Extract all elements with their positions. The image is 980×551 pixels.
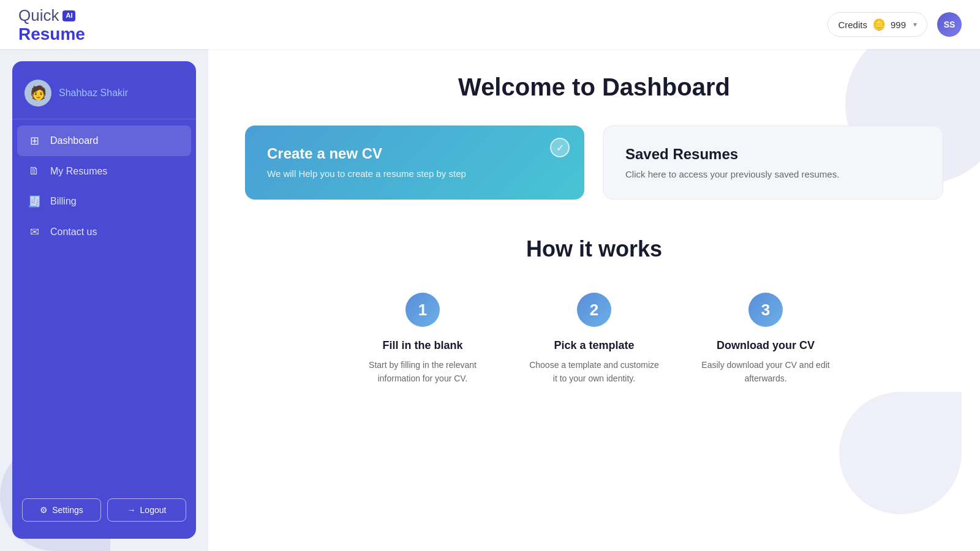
sidebar-user: 🧑 Shahbaz Shakir bbox=[12, 73, 196, 119]
main-content-area: Welcome to Dashboard ✓ Create a new CV W… bbox=[208, 49, 980, 551]
step-1-title: Fill in the blank bbox=[355, 339, 490, 352]
layout: 🧑 Shahbaz Shakir ⊞ Dashboard 🗎 My Resume… bbox=[0, 49, 980, 551]
step-2-number: 2 bbox=[577, 293, 611, 327]
saved-resumes-description: Click here to access your previously sav… bbox=[625, 169, 921, 179]
logo-ai-badge: AI bbox=[62, 10, 75, 21]
header: Quick AI Resume Credits 🪙 999 ▾ SS bbox=[0, 0, 980, 49]
step-1: 1 Fill in the blank Start by filling in … bbox=[355, 293, 490, 386]
settings-icon: ⚙ bbox=[40, 505, 48, 515]
blob-bottom-right-decoration bbox=[839, 392, 962, 514]
sidebar-username: Shahbaz Shakir bbox=[59, 88, 128, 99]
contact-icon: ✉ bbox=[27, 225, 42, 239]
saved-resumes-title: Saved Resumes bbox=[625, 146, 921, 163]
sidebar: 🧑 Shahbaz Shakir ⊞ Dashboard 🗎 My Resume… bbox=[12, 61, 196, 539]
create-cv-description: We will Help you to create a resume step… bbox=[267, 168, 562, 179]
saved-resumes-card[interactable]: Saved Resumes Click here to access your … bbox=[603, 126, 943, 200]
credits-value: 999 bbox=[891, 20, 906, 30]
billing-icon: 🧾 bbox=[27, 195, 42, 208]
sidebar-item-contact-us[interactable]: ✉ Contact us bbox=[17, 217, 191, 247]
sidebar-nav: ⊞ Dashboard 🗎 My Resumes 🧾 Billing ✉ Con… bbox=[12, 126, 196, 489]
welcome-title: Welcome to Dashboard bbox=[245, 73, 943, 101]
sidebar-footer: ⚙ Settings → Logout bbox=[12, 489, 196, 527]
credits-badge[interactable]: Credits 🪙 999 ▾ bbox=[827, 12, 927, 37]
main-content: Welcome to Dashboard ✓ Create a new CV W… bbox=[245, 73, 943, 386]
step-2-title: Pick a template bbox=[527, 339, 662, 352]
sidebar-item-billing-label: Billing bbox=[50, 196, 77, 207]
step-3: 3 Download your CV Easily download your … bbox=[698, 293, 833, 386]
sidebar-item-contact-us-label: Contact us bbox=[50, 227, 97, 238]
sidebar-avatar: 🧑 bbox=[24, 80, 51, 107]
logout-button[interactable]: → Logout bbox=[107, 498, 186, 522]
step-3-description: Easily download your CV and edit afterwa… bbox=[698, 358, 833, 386]
sidebar-item-my-resumes-label: My Resumes bbox=[50, 166, 107, 177]
step-3-title: Download your CV bbox=[698, 339, 833, 352]
step-1-description: Start by filling in the relevant informa… bbox=[355, 358, 490, 386]
logo-quick: Quick bbox=[18, 6, 59, 25]
sidebar-item-dashboard-label: Dashboard bbox=[50, 135, 98, 146]
logout-icon: → bbox=[127, 505, 136, 515]
sidebar-outer: 🧑 Shahbaz Shakir ⊞ Dashboard 🗎 My Resume… bbox=[0, 49, 208, 551]
step-1-number: 1 bbox=[405, 293, 440, 327]
dashboard-icon: ⊞ bbox=[27, 134, 42, 148]
step-2: 2 Pick a template Choose a template and … bbox=[527, 293, 662, 386]
step-3-number: 3 bbox=[748, 293, 783, 327]
logo-text: Quick AI Resume bbox=[18, 6, 85, 42]
steps-row: 1 Fill in the blank Start by filling in … bbox=[245, 293, 943, 386]
how-it-works-title: How it works bbox=[245, 236, 943, 262]
cards-row: ✓ Create a new CV We will Help you to cr… bbox=[245, 126, 943, 200]
step-2-description: Choose a template and customize it to yo… bbox=[527, 358, 662, 386]
create-cv-card[interactable]: ✓ Create a new CV We will Help you to cr… bbox=[245, 126, 584, 200]
logout-label: Logout bbox=[140, 505, 167, 515]
check-icon: ✓ bbox=[550, 138, 570, 157]
logo-resume-text: Resume bbox=[18, 26, 85, 43]
header-right: Credits 🪙 999 ▾ SS bbox=[827, 12, 962, 37]
sidebar-item-my-resumes[interactable]: 🗎 My Resumes bbox=[17, 156, 191, 186]
logo: Quick AI Resume bbox=[18, 6, 85, 42]
sidebar-item-billing[interactable]: 🧾 Billing bbox=[17, 186, 191, 217]
sidebar-item-dashboard[interactable]: ⊞ Dashboard bbox=[17, 126, 191, 156]
resumes-icon: 🗎 bbox=[27, 165, 42, 178]
create-cv-title: Create a new CV bbox=[267, 145, 562, 162]
settings-button[interactable]: ⚙ Settings bbox=[22, 498, 101, 522]
user-avatar-header[interactable]: SS bbox=[937, 12, 962, 37]
chevron-down-icon: ▾ bbox=[913, 20, 917, 29]
credits-label: Credits bbox=[838, 20, 867, 30]
settings-label: Settings bbox=[52, 505, 83, 515]
coin-icon: 🪙 bbox=[872, 18, 886, 31]
